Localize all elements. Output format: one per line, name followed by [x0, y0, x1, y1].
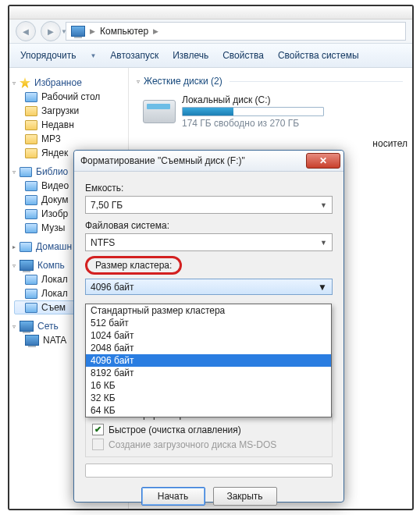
- usage-bar: [182, 107, 324, 116]
- sidebar-item-mp3[interactable]: MP3: [14, 132, 123, 146]
- folder-icon: [25, 120, 37, 130]
- sidebar-item-label: Загрузки: [41, 105, 79, 116]
- cluster-option[interactable]: Стандартный размер кластера: [86, 304, 331, 317]
- sidebar-item-label: Рабочий стол: [41, 91, 100, 102]
- cluster-option[interactable]: 512 байт: [86, 317, 331, 329]
- computer-icon: [25, 335, 39, 346]
- cluster-highlight: Размер кластера:: [85, 256, 182, 275]
- cluster-option[interactable]: 2048 байт: [86, 342, 331, 354]
- sidebar-item-downloads[interactable]: Загрузки: [14, 104, 123, 118]
- sidebar-item-desktop[interactable]: Рабочий стол: [14, 90, 123, 104]
- window-titlebar: [9, 6, 412, 20]
- breadcrumb[interactable]: ▶ Компьютер ▶: [66, 22, 406, 41]
- toolbar: Упорядочить▼ Автозапуск Извлечь Свойства…: [9, 44, 412, 68]
- sidebar-group-label: Компь: [37, 260, 65, 271]
- folder-icon: [25, 106, 37, 116]
- checkbox-label: Быстрое (очистка оглавления): [109, 424, 241, 435]
- chevron-down-icon: ▿: [12, 80, 16, 87]
- folder-icon: [25, 209, 37, 219]
- drive-name: Локальный диск (C:): [182, 94, 324, 105]
- menu-organize[interactable]: Упорядочить: [20, 50, 76, 61]
- close-dialog-button[interactable]: Закрыть: [213, 487, 277, 506]
- network-icon: [20, 321, 34, 332]
- cluster-option[interactable]: 1024 байт: [86, 329, 331, 342]
- capacity-combobox[interactable]: 7,50 ГБ ▼: [85, 196, 333, 214]
- checkbox-label: Создание загрузочного диска MS-DOS: [109, 439, 276, 450]
- filesystem-combobox[interactable]: NTFS ▼: [85, 233, 333, 251]
- breadcrumb-item[interactable]: Компьютер: [100, 26, 148, 37]
- address-bar: ◄ ►▼ ▶ Компьютер ▶: [9, 20, 412, 44]
- nav-fwd-button[interactable]: ►▼: [41, 21, 61, 41]
- section-title: Жесткие диски (2): [144, 76, 222, 87]
- desktop-icon: [25, 92, 37, 102]
- folder-icon: [25, 223, 37, 233]
- sidebar-item-recent[interactable]: Недавн: [14, 118, 123, 132]
- drive-icon: [25, 289, 37, 299]
- sidebar-item-label: Локал: [41, 274, 68, 285]
- start-button[interactable]: Начать: [141, 487, 205, 506]
- drive-icon: [25, 303, 37, 313]
- checkbox-icon: ✔: [92, 424, 104, 435]
- folder-icon: [25, 181, 37, 191]
- star-icon: [20, 77, 30, 88]
- cluster-option-selected[interactable]: 4096 байт: [86, 354, 331, 367]
- folder-icon: [25, 195, 37, 205]
- chevron-down-icon: ▿: [12, 323, 16, 330]
- chevron-right-icon: ▶: [153, 27, 158, 35]
- sidebar-group-favorites[interactable]: ▿ Избранное: [14, 76, 123, 90]
- chevron-down-icon: ▼: [318, 282, 327, 293]
- sidebar-item-label: Видео: [41, 180, 69, 191]
- sidebar-group-label: Избранное: [34, 77, 82, 88]
- chevron-down-icon: ▿: [12, 169, 16, 176]
- button-label: Начать: [158, 491, 189, 502]
- cluster-option[interactable]: 64 КБ: [86, 404, 331, 417]
- menu-sys-properties[interactable]: Свойства системы: [278, 50, 359, 61]
- msdos-checkbox: Создание загрузочного диска MS-DOS: [92, 439, 326, 450]
- checkbox-icon: [92, 439, 104, 450]
- sidebar-group-label: Библио: [36, 166, 68, 177]
- folder-icon: [25, 134, 37, 144]
- sidebar-group-label: Домашн: [36, 241, 72, 252]
- computer-icon: [71, 26, 85, 37]
- drive-item[interactable]: Локальный диск (C:) 174 ГБ свободно из 2…: [138, 91, 403, 132]
- libraries-icon: [20, 167, 32, 177]
- sidebar-item-label: Недавн: [41, 119, 74, 130]
- cluster-value: 4096 байт: [91, 282, 134, 293]
- cluster-label: Размер кластера:: [95, 260, 172, 271]
- dialog-title: Форматирование "Съемный диск (F:)": [80, 155, 245, 166]
- cluster-option[interactable]: 16 КБ: [86, 379, 331, 392]
- cluster-option[interactable]: 8192 байт: [86, 367, 331, 379]
- progress-bar: [85, 464, 333, 478]
- quick-format-checkbox[interactable]: ✔ Быстрое (очистка оглавления): [92, 424, 326, 435]
- cluster-option[interactable]: 32 КБ: [86, 392, 331, 404]
- capacity-label: Емкость:: [85, 183, 333, 194]
- drive-subtitle: 174 ГБ свободно из 270 ГБ: [182, 118, 324, 129]
- chevron-down-icon: ▼: [320, 201, 327, 209]
- section-hdds[interactable]: ▿ Жесткие диски (2): [138, 76, 403, 87]
- menu-properties[interactable]: Свойства: [222, 50, 264, 61]
- filesystem-value: NTFS: [91, 237, 115, 248]
- drive-icon: [25, 275, 37, 285]
- folder-icon: [25, 148, 37, 158]
- menu-eject[interactable]: Извлечь: [173, 50, 208, 61]
- sidebar-item-label: Докум: [41, 194, 68, 205]
- close-button[interactable]: ✕: [306, 153, 340, 169]
- divider: [230, 81, 403, 82]
- dialog-titlebar[interactable]: Форматирование "Съемный диск (F:)" ✕: [74, 151, 343, 172]
- sidebar-item-label: Музы: [41, 222, 65, 233]
- sidebar-item-label: Изобр: [41, 208, 68, 219]
- sidebar-item-label: Локал: [41, 288, 68, 299]
- chevron-down-icon: ▿: [137, 78, 140, 85]
- computer-icon: [20, 260, 34, 271]
- nav-back-button[interactable]: ◄: [16, 21, 36, 41]
- cluster-combobox[interactable]: 4096 байт ▼: [85, 279, 333, 295]
- section-removable-tail: носител: [372, 138, 408, 149]
- menu-autoplay[interactable]: Автозапуск: [110, 50, 158, 61]
- sidebar-item-label: MP3: [41, 133, 61, 144]
- cluster-listbox[interactable]: Стандартный размер кластера 512 байт 102…: [85, 304, 332, 417]
- button-label: Закрыть: [226, 491, 262, 502]
- filesystem-label: Файловая система:: [85, 220, 333, 231]
- homegroup-icon: [20, 242, 32, 252]
- chevron-down-icon: ▿: [12, 262, 16, 269]
- format-options-group: Способы форматирования: ✔ Быстрое (очист…: [85, 414, 333, 457]
